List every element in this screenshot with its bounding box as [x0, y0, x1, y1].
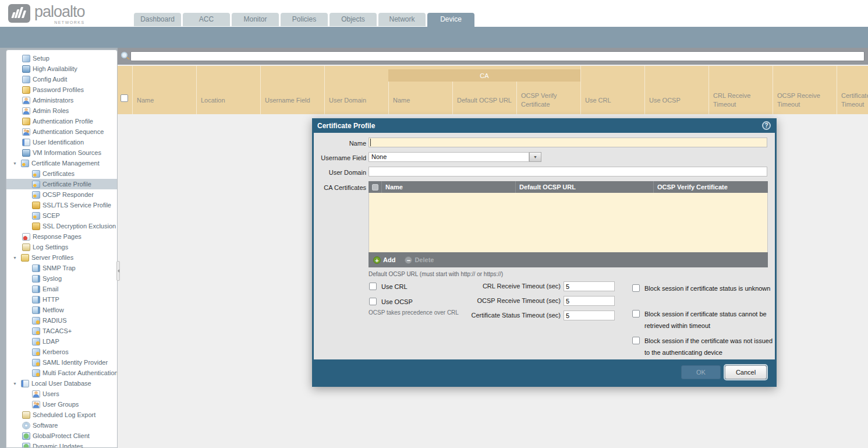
sidebar-item-certificates[interactable]: Certificates [6, 168, 117, 179]
sidebar-item-globalprotect-client[interactable]: GlobalProtect Client [6, 431, 117, 441]
expander-icon[interactable]: ▼ [13, 161, 20, 165]
grid-column-default-ocsp-url: Default OCSP URL [452, 82, 516, 114]
sidebar-item-setup[interactable]: Setup [6, 53, 117, 64]
ssl-tls-service-profile-icon [32, 202, 40, 209]
sidebar-collapse-handle[interactable] [116, 261, 120, 281]
block-option-checkbox-2[interactable] [632, 310, 640, 318]
default-ocsp-caption: Default OCSP URL (must start with http:/… [369, 271, 503, 277]
user-domain-field[interactable] [369, 167, 767, 177]
column-header-label: CRL Receive Timeout [713, 88, 771, 112]
sidebar-item-label: Log Settings [33, 244, 68, 251]
tab-objects[interactable]: Objects [330, 13, 377, 26]
column-header-label: User Domain [329, 88, 387, 112]
sidebar-item-user-groups[interactable]: User Groups [6, 399, 117, 410]
sidebar-item-label: Config Audit [33, 76, 67, 83]
add-button[interactable]: + Add [373, 256, 395, 264]
name-field[interactable] [369, 137, 767, 147]
email-icon [32, 285, 40, 293]
sidebar-item-high-availability[interactable]: High Availability [6, 64, 117, 74]
sidebar-item-authentication-sequence[interactable]: Authentication Sequence [6, 126, 117, 137]
sidebar-item-local-user-database[interactable]: ▼Local User Database [6, 378, 117, 389]
paloalto-logo: paloalto NETWORKS [8, 4, 85, 24]
sidebar-item-administrators[interactable]: Administrators [6, 95, 117, 105]
grid-column-name: Name [132, 66, 196, 114]
sidebar-item-label: TACACS+ [42, 327, 72, 334]
chevron-down-icon[interactable]: ▼ [529, 152, 541, 162]
ca-certificates-label: CA Certificates [314, 184, 366, 191]
sidebar-item-email[interactable]: Email [6, 284, 117, 294]
sidebar-item-password-profiles[interactable]: Password Profiles [6, 84, 117, 95]
delete-button[interactable]: − Delete [405, 256, 434, 264]
timeout-input-crl-receive-timeout-sec[interactable] [564, 281, 615, 291]
search-input[interactable] [130, 51, 865, 61]
sidebar-item-ssl-decryption-exclusion[interactable]: SSL Decryption Exclusion [6, 221, 117, 231]
sidebar-item-admin-roles[interactable]: Admin Roles [6, 105, 117, 116]
tab-acc[interactable]: ACC [183, 13, 230, 26]
grid-column-use-crl: Use CRL [580, 66, 644, 114]
expander-icon[interactable]: ▼ [13, 256, 20, 260]
sidebar-item-scheduled-log-export[interactable]: Scheduled Log Export [6, 410, 117, 420]
sidebar-item-kerberos[interactable]: Kerberos [6, 347, 117, 357]
sidebar-item-certificate-profile[interactable]: Certificate Profile [6, 179, 117, 189]
use-ocsp-checkbox[interactable] [369, 298, 377, 305]
username-field-select[interactable]: None [369, 152, 529, 162]
header-band [0, 27, 868, 48]
sidebar-item-netflow[interactable]: Netflow [6, 305, 117, 315]
help-icon[interactable]: ? [762, 121, 771, 130]
cancel-button[interactable]: Cancel [725, 365, 767, 379]
ca-column-ocsp-verify-certificate: OCSP Verify Certificate [653, 181, 768, 193]
kerberos-icon [32, 348, 40, 356]
ok-button[interactable]: OK [681, 365, 721, 379]
search-bar [118, 48, 868, 65]
sidebar-item-tacacs[interactable]: TACACS+ [6, 326, 117, 336]
sidebar-item-label: SAML Identity Provider [42, 359, 108, 366]
sidebar-item-multi-factor-authentication[interactable]: Multi Factor Authentication [6, 368, 117, 378]
sidebar-item-user-identification[interactable]: User Identification [6, 137, 117, 147]
sidebar-item-scep[interactable]: SCEP [6, 210, 117, 221]
timeout-input-certificate-status-timeout-sec[interactable] [564, 311, 615, 320]
expander-icon[interactable]: ▼ [13, 382, 20, 386]
sidebar-item-syslog[interactable]: Syslog [6, 273, 117, 284]
tab-monitor[interactable]: Monitor [232, 13, 279, 26]
authentication-profile-icon [22, 118, 30, 125]
sidebar-item-http[interactable]: HTTP [6, 294, 117, 305]
tab-policies[interactable]: Policies [281, 13, 328, 26]
sidebar-item-saml-identity-provider[interactable]: SAML Identity Provider [6, 357, 117, 368]
column-header-label: Name [137, 88, 194, 112]
sidebar-item-users[interactable]: Users [6, 389, 117, 399]
ca-select-all-checkbox[interactable] [372, 184, 378, 191]
sidebar-item-software[interactable]: Software [6, 420, 117, 431]
sidebar-item-server-profiles[interactable]: ▼Server Profiles [6, 252, 117, 263]
sidebar-item-ocsp-responder[interactable]: OCSP Responder [6, 189, 117, 200]
select-all-checkbox[interactable] [121, 94, 128, 102]
block-option-checkbox-3[interactable] [632, 337, 640, 344]
sidebar-item-snmp-trap[interactable]: SNMP Trap [6, 263, 117, 273]
ca-certificates-table: NameDefault OCSP URLOCSP Verify Certific… [369, 181, 768, 267]
tab-network[interactable]: Network [378, 13, 426, 26]
sidebar-item-dynamic-updates[interactable]: Dynamic Updates [6, 441, 117, 448]
tab-device[interactable]: Device [427, 13, 474, 27]
timeout-row-ocsp-receive-timeout-sec: OCSP Receive Timeout (sec) [401, 296, 617, 306]
column-header-label: Certificate Timeout [841, 88, 866, 112]
grid-header: NameLocationUsername FieldUser DomainNam… [118, 66, 868, 114]
sidebar-item-authentication-profile[interactable]: Authentication Profile [6, 116, 117, 126]
sidebar-item-radius[interactable]: RADIUS [6, 315, 117, 326]
password-profiles-icon [22, 86, 30, 94]
sidebar-item-response-pages[interactable]: Response Pages [6, 231, 117, 242]
sidebar-item-ssl-tls-service-profile[interactable]: SSL/TLS Service Profile [6, 200, 117, 210]
block-option-checkbox-1[interactable] [632, 284, 640, 292]
http-icon [32, 296, 40, 304]
timeout-input-ocsp-receive-timeout-sec[interactable] [564, 296, 615, 306]
ssl-decryption-exclusion-icon [32, 223, 40, 230]
sidebar-item-config-audit[interactable]: Config Audit [6, 74, 117, 84]
ca-select-all-column [369, 181, 381, 193]
use-crl-checkbox[interactable] [369, 283, 377, 290]
sidebar-item-vm-information-sources[interactable]: VM Information Sources [6, 147, 117, 158]
sidebar-item-certificate-management[interactable]: ▼Certificate Management [6, 158, 117, 168]
vm-information-sources-icon [22, 149, 30, 157]
timeout-row-certificate-status-timeout-sec: Certificate Status Timeout (sec) [401, 311, 617, 320]
sidebar-item-ldap[interactable]: LDAP [6, 336, 117, 347]
tab-dashboard[interactable]: Dashboard [134, 13, 181, 26]
administrators-icon [22, 97, 30, 104]
sidebar-item-log-settings[interactable]: Log Settings [6, 242, 117, 252]
